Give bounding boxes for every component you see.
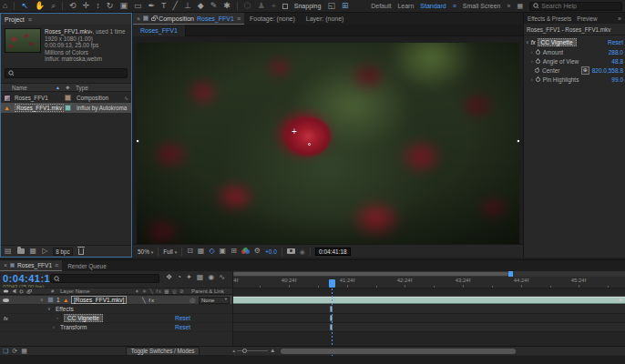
twirl-down-icon[interactable]: ∨: [526, 40, 529, 45]
layer-name-field[interactable]: [Roses_FFV1.mkv]: [71, 296, 127, 304]
footage-title[interactable]: Roses_FFV1.mkv: [45, 28, 90, 35]
workspace-standard[interactable]: Standard: [420, 3, 446, 9]
snapshot-camera-icon[interactable]: [287, 248, 295, 254]
twirl-right-icon[interactable]: ›: [531, 59, 533, 64]
tab-composition[interactable]: × Composition Roses_FFV1 ≡: [133, 13, 244, 25]
layer-row-left[interactable]: ∨ 1 ▲ [Roses_FFV1.mkv] ╲ fx ◎ None ▾: [0, 296, 232, 305]
grow-ui-icon[interactable]: ⊞: [342, 2, 349, 10]
transform-row[interactable]: › Transform Reset: [0, 323, 232, 332]
property-value[interactable]: 99.0: [611, 76, 623, 83]
view-layout-icon[interactable]: ⊡: [187, 248, 193, 255]
lock-icon[interactable]: [151, 17, 156, 21]
project-tab-label[interactable]: Project: [5, 16, 25, 23]
clone-stamp-tool-icon[interactable]: ⊥: [184, 2, 191, 10]
selection-tool-icon[interactable]: ↖: [21, 2, 28, 10]
dolly-camera-tool-icon[interactable]: ↕: [96, 2, 100, 10]
project-search-input[interactable]: [16, 70, 124, 76]
workspace-bar-icon[interactable]: ▦: [517, 3, 523, 9]
proxy-icon[interactable]: ▷: [42, 248, 47, 255]
roto-brush-tool-icon[interactable]: ✎: [210, 2, 218, 10]
keyframe-marker[interactable]: [330, 324, 333, 330]
help-search-input[interactable]: [541, 3, 619, 9]
parent-pickwhip-icon[interactable]: ◎: [190, 297, 195, 303]
new-folder-icon[interactable]: [17, 248, 25, 254]
timeline-search-input[interactable]: [62, 276, 156, 282]
property-value[interactable]: 820.0,558.8: [592, 67, 623, 74]
transfer-controls-icon[interactable]: ▦: [21, 348, 27, 354]
property-value[interactable]: 288.0: [609, 49, 623, 56]
property-row-amount[interactable]: › Amount 288.0: [524, 47, 625, 56]
render-time-icon[interactable]: ⟳: [12, 348, 17, 354]
region-of-interest-icon[interactable]: ▣: [220, 248, 227, 255]
project-row-composition[interactable]: Roses_FFV1 Composition ∿: [1, 93, 131, 103]
layer-label-swatch[interactable]: [47, 297, 54, 303]
pen-tool-icon[interactable]: ✒: [148, 2, 155, 10]
selection-handle-left[interactable]: [137, 139, 139, 143]
panel-menu-icon[interactable]: ≡: [55, 262, 58, 268]
cc-vignette-row[interactable]: fx › CC Vignette Reset: [0, 314, 232, 323]
property-value[interactable]: 48.8: [611, 58, 623, 65]
hand-tool-icon[interactable]: ✋: [35, 2, 45, 10]
stopwatch-icon[interactable]: [535, 68, 539, 73]
camera-tool-icon[interactable]: ▣: [119, 2, 128, 10]
reset-link[interactable]: Reset: [175, 315, 190, 321]
stopwatch-icon[interactable]: [536, 59, 540, 64]
orbit-camera-tool-icon[interactable]: ⟲: [69, 2, 77, 10]
anchor-point[interactable]: [308, 143, 311, 146]
composition-mini-flowchart-icon[interactable]: ❖: [166, 274, 172, 281]
draft-3d-icon[interactable]: ◔: [177, 274, 181, 281]
workspace-small-screen[interactable]: Small Screen: [463, 3, 501, 9]
twirl-right-icon[interactable]: ›: [56, 316, 58, 320]
comp-marker-bin-icon[interactable]: ✦: [618, 297, 623, 303]
effect-row[interactable]: ∨ fx CC Vignette Reset: [524, 37, 625, 47]
shrink-ui-icon[interactable]: ◱: [327, 2, 335, 10]
resolution-gear-icon[interactable]: ⚙: [254, 248, 261, 255]
effect-name[interactable]: CC Vignette: [64, 314, 103, 322]
project-settings-icon[interactable]: ▦: [30, 248, 37, 255]
timeline-search-box[interactable]: [50, 274, 159, 283]
project-search-box[interactable]: [5, 68, 128, 78]
eraser-tool-icon[interactable]: ◆: [198, 2, 204, 10]
reset-link[interactable]: Reset: [175, 324, 190, 330]
twirl-right-icon[interactable]: ›: [531, 50, 533, 55]
expand-in-point-icon[interactable]: ❏: [3, 348, 8, 354]
selection-handle-right[interactable]: [517, 139, 519, 143]
column-name[interactable]: Name: [12, 85, 27, 91]
sort-ascending-icon[interactable]: ▲: [56, 85, 60, 90]
home-icon[interactable]: ⌂: [3, 2, 7, 10]
layer-duration-bar[interactable]: [233, 297, 625, 304]
zoom-slider-knob[interactable]: [242, 349, 247, 353]
twirl-right-icon[interactable]: ›: [53, 325, 55, 329]
parent-dropdown[interactable]: None ▾: [199, 297, 230, 304]
magnification-select[interactable]: 50% ▾: [138, 248, 153, 255]
resolution-select[interactable]: Full ▾: [163, 248, 177, 255]
tab-footage[interactable]: Footage: (none): [244, 13, 301, 25]
composition-viewer-image[interactable]: +: [137, 43, 519, 244]
zoom-tool-icon[interactable]: ⌕: [51, 2, 56, 10]
timeline-timecode[interactable]: 0:04:41:18: [3, 273, 56, 284]
tab-effects-presets[interactable]: Effects & Presets: [528, 15, 571, 22]
column-type[interactable]: Type: [76, 85, 88, 91]
effect-reset-link[interactable]: Reset: [608, 39, 623, 46]
snapping-checkbox[interactable]: [282, 4, 288, 9]
shape-tool-icon[interactable]: ▭: [134, 2, 142, 10]
zoom-out-mountain-icon[interactable]: ▴: [232, 349, 235, 353]
delete-item-icon[interactable]: [78, 248, 84, 255]
stopwatch-icon[interactable]: [536, 77, 540, 82]
keyframe-marker[interactable]: [330, 315, 333, 321]
frame-blending-icon[interactable]: ▦: [197, 274, 204, 281]
workspace-default[interactable]: Default: [371, 3, 391, 9]
footage-thumbnail[interactable]: [5, 28, 41, 53]
property-row-pin-highlights[interactable]: › Pin Highlights 99.0: [524, 75, 625, 84]
project-row-footage[interactable]: ▲ Roses_FFV1.mkv Influx by Autokroma: [1, 103, 131, 113]
type-tool-icon[interactable]: T: [161, 2, 167, 10]
keyframe-marker[interactable]: [330, 306, 333, 312]
bit-depth-label[interactable]: 8 bpc: [53, 248, 72, 256]
puppet-pin-tool-icon[interactable]: ✱: [223, 2, 231, 10]
tab-preview[interactable]: Preview: [577, 15, 597, 22]
timeline-tab-comp[interactable]: × Roses_FFV1 ≡: [0, 260, 62, 271]
effects-group-row[interactable]: ∨ Effects: [0, 305, 232, 314]
viewer-tab[interactable]: Roses_FFV1: [133, 25, 186, 36]
effect-name[interactable]: CC Vignette: [538, 38, 577, 46]
time-ruler[interactable]: 39:24f 40:24f 41:24f 42:24f 43:24f 44:24…: [233, 277, 625, 288]
